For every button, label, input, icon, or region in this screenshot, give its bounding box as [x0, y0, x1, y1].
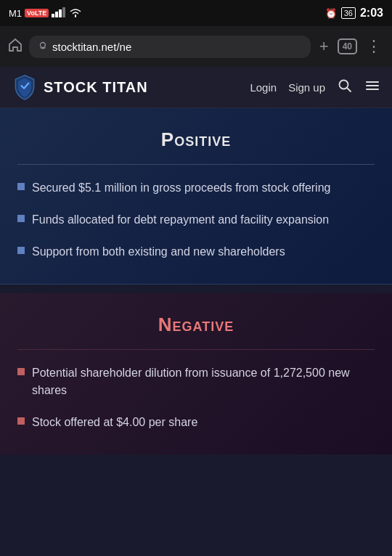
- battery-level: 36: [341, 7, 356, 19]
- site-title: STOCK TITAN: [44, 79, 148, 96]
- new-tab-button[interactable]: +: [317, 37, 332, 56]
- logo-shield-icon: [12, 74, 38, 100]
- signal-bars-icon: [52, 7, 66, 20]
- svg-rect-8: [366, 89, 379, 90]
- status-left: M1 VoLTE: [9, 7, 82, 20]
- battery-indicator: 36: [341, 7, 356, 19]
- url-text: stocktitan.net/ne: [52, 41, 131, 53]
- security-icon: [38, 41, 48, 53]
- positive-title: Positive: [161, 128, 231, 150]
- search-icon[interactable]: [337, 78, 353, 97]
- neg-bullet-square-icon-2: [17, 417, 25, 425]
- svg-point-4: [41, 42, 46, 47]
- negative-divider: [17, 349, 375, 350]
- positive-bullet-text-1: Secured $5.1 million in gross proceeds f…: [32, 179, 330, 197]
- negative-title-container: Negative: [17, 314, 375, 336]
- positive-section: Positive Secured $5.1 million in gross p…: [0, 108, 392, 285]
- negative-bullet-1: Potential shareholder dilution from issu…: [17, 364, 375, 399]
- negative-bullet-list: Potential shareholder dilution from issu…: [17, 364, 375, 431]
- bullet-square-icon-1: [17, 183, 25, 190]
- hamburger-menu-icon[interactable]: [364, 78, 380, 97]
- positive-bullet-list: Secured $5.1 million in gross proceeds f…: [17, 179, 375, 261]
- status-right: ⏰ 36 2:03: [325, 7, 383, 20]
- content-area: Positive Secured $5.1 million in gross p…: [0, 108, 392, 454]
- svg-rect-2: [59, 9, 62, 17]
- tab-count-button[interactable]: 40: [338, 38, 357, 54]
- url-bar[interactable]: stocktitan.net/ne: [29, 36, 311, 58]
- positive-bullet-text-3: Support from both existing and new share…: [32, 243, 285, 261]
- positive-bullet-text-2: Funds allocated for debt repayment and f…: [32, 211, 329, 229]
- browser-bar: stocktitan.net/ne + 40 ⋮: [0, 26, 392, 67]
- svg-rect-6: [366, 81, 379, 83]
- positive-divider: [17, 164, 375, 165]
- carrier-label: M1: [9, 8, 22, 19]
- positive-bullet-1: Secured $5.1 million in gross proceeds f…: [17, 179, 375, 197]
- negative-section: Negative Potential shareholder dilution …: [0, 293, 392, 454]
- login-link[interactable]: Login: [250, 81, 277, 94]
- svg-rect-7: [366, 85, 379, 86]
- positive-bullet-2: Funds allocated for debt repayment and f…: [17, 211, 375, 229]
- svg-rect-3: [62, 7, 65, 17]
- negative-bullet-text-1: Potential shareholder dilution from issu…: [32, 364, 375, 399]
- svg-rect-0: [52, 14, 54, 17]
- neg-bullet-square-icon-1: [17, 368, 25, 375]
- positive-title-container: Positive: [17, 128, 375, 151]
- site-header: STOCK TITAN Login Sign up: [0, 67, 392, 108]
- logo-area: STOCK TITAN: [12, 74, 250, 100]
- time-display: 2:03: [360, 7, 383, 20]
- negative-title: Negative: [158, 314, 234, 335]
- volte-badge: VoLTE: [25, 9, 49, 17]
- browser-menu-button[interactable]: ⋮: [363, 37, 385, 56]
- alarm-icon: ⏰: [325, 8, 337, 19]
- signup-link[interactable]: Sign up: [288, 81, 325, 94]
- negative-bullet-text-2: Stock offered at $4.00 per share: [32, 414, 197, 431]
- header-nav: Login Sign up: [250, 78, 380, 97]
- positive-bullet-3: Support from both existing and new share…: [17, 243, 375, 261]
- bullet-square-icon-3: [17, 247, 25, 254]
- svg-rect-1: [55, 12, 58, 17]
- negative-bullet-2: Stock offered at $4.00 per share: [17, 414, 375, 431]
- status-bar: M1 VoLTE ⏰ 36 2:03: [0, 0, 392, 26]
- wifi-icon: [69, 7, 82, 20]
- home-button[interactable]: [7, 37, 23, 57]
- bullet-square-icon-2: [17, 215, 25, 222]
